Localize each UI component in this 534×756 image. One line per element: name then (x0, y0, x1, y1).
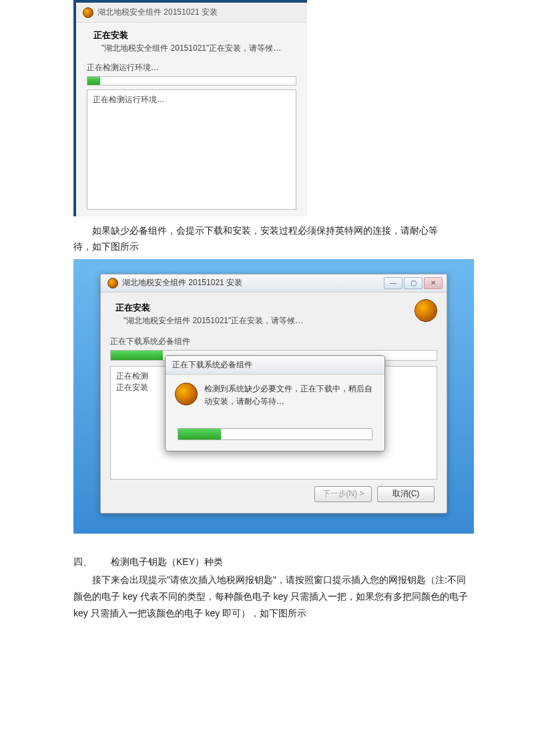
installer-log: 正在检测运行环境… (87, 89, 296, 210)
minimize-button[interactable]: — (384, 277, 403, 289)
section-heading: 四、 检测电子钥匙（KEY）种类 (73, 554, 474, 570)
close-button[interactable]: ✕ (424, 277, 443, 289)
installer-status: 正在下载系统必备组件 (110, 336, 437, 347)
download-popup: 正在下载系统必备组件 检测到系统缺少必要文件，正在下载中，稍后自动安装，请耐心等… (165, 355, 385, 451)
installer-subtitle: "湖北地税安全组件 20151021"正在安装，请等候… (101, 43, 296, 54)
window-titlebar: 湖北地税安全组件 20151021 安装 — ▢ ✕ (101, 274, 447, 293)
progress-bar (87, 76, 296, 85)
maximize-button[interactable]: ▢ (404, 277, 423, 289)
screenshot-installer-downloading: 湖北地税安全组件 20151021 安装 — ▢ ✕ 正在安装 "湖北地税安全组… (73, 259, 474, 534)
window-title: 湖北地税安全组件 20151021 安装 (122, 277, 242, 289)
popup-progress-bar (178, 428, 372, 440)
tax-logo-icon (107, 278, 118, 289)
window-title: 湖北地税安全组件 20151021 安装 (97, 7, 218, 18)
installer-heading: 正在安装 (93, 29, 296, 41)
popup-title: 正在下载系统必备组件 (166, 356, 384, 375)
installer-heading: 正在安装 (115, 302, 415, 314)
popup-message: 检测到系统缺少必要文件，正在下载中，稍后自动安装，请耐心等待… (204, 383, 375, 408)
section-body: 接下来会出现提示"请依次插入地税网报钥匙"，请按照窗口提示插入您的网报钥匙（注:… (73, 572, 474, 622)
next-button[interactable]: 下一步(N) > (314, 486, 372, 502)
log-line: 正在检测运行环境… (93, 95, 165, 104)
tax-logo-icon (175, 383, 198, 405)
paragraph-download-note: 如果缺少必备组件，会提示下载和安装，安装过程必须保持英特网的连接，请耐心等 待，… (73, 223, 474, 255)
installer-status: 正在检测运行环境… (87, 62, 296, 73)
tax-logo-icon (83, 7, 93, 18)
section-detect-key: 四、 检测电子钥匙（KEY）种类 接下来会出现提示"请依次插入地税网报钥匙"，请… (73, 554, 474, 622)
installer-subtitle: "湖北地税安全组件 20151021"正在安装，请等候… (123, 315, 415, 327)
screenshot-installer-detecting: 湖北地税安全组件 20151021 安装 正在安装 "湖北地税安全组件 2015… (73, 0, 307, 216)
window-titlebar: 湖北地税安全组件 20151021 安装 (76, 3, 307, 23)
installer-window: 湖北地税安全组件 20151021 安装 — ▢ ✕ 正在安装 "湖北地税安全组… (100, 274, 447, 514)
tax-logo-icon (415, 299, 437, 322)
cancel-button[interactable]: 取消(C) (377, 486, 435, 502)
